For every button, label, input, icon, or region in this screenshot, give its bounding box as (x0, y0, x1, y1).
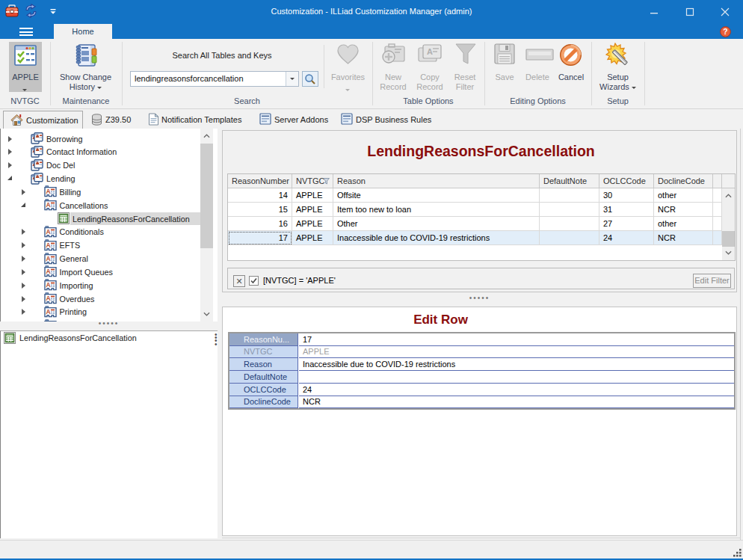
svg-text:A: A (46, 268, 50, 275)
svg-text:A: A (427, 47, 433, 56)
svg-text:A: A (46, 254, 50, 262)
svg-text:A: A (46, 295, 50, 302)
svg-text:A: A (46, 308, 50, 316)
svg-text:A: A (46, 188, 50, 195)
svg-text:A: A (46, 227, 50, 235)
svg-text:A: A (46, 201, 50, 209)
svg-text:A: A (46, 241, 50, 248)
svg-text:A: A (46, 281, 50, 289)
svg-text:?: ? (723, 28, 727, 36)
